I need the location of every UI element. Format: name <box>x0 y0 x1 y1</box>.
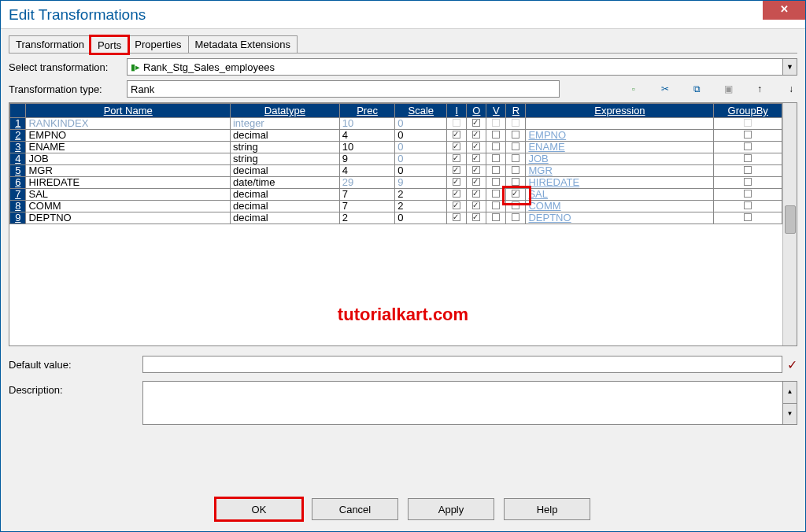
expression-cell[interactable]: ENAME <box>526 142 714 153</box>
port-name-cell[interactable]: EMPNO <box>26 130 230 142</box>
spin-down-icon[interactable]: ▼ <box>783 404 797 425</box>
v-checkbox[interactable] <box>486 201 506 212</box>
cut-icon[interactable]: ✂ <box>659 83 671 95</box>
groupby-checkbox[interactable] <box>714 142 782 153</box>
col-header-portname[interactable]: Port Name <box>26 104 230 118</box>
help-button[interactable]: Help <box>504 498 590 520</box>
v-checkbox[interactable] <box>486 118 506 130</box>
o-checkbox[interactable] <box>467 177 486 189</box>
col-header-v[interactable]: V <box>486 104 506 118</box>
prec-cell[interactable]: 4 <box>339 165 395 177</box>
table-row[interactable]: 6HIREDATEdate/time299HIREDATE <box>10 177 782 189</box>
groupby-checkbox[interactable] <box>714 189 782 201</box>
row-number[interactable]: 1 <box>10 118 26 130</box>
o-checkbox[interactable] <box>467 130 486 142</box>
datatype-cell[interactable]: string <box>230 142 339 153</box>
port-name-cell[interactable]: SAL <box>26 189 230 201</box>
prec-cell[interactable]: 9 <box>339 153 395 165</box>
groupby-checkbox[interactable] <box>714 118 782 130</box>
prec-cell[interactable]: 4 <box>339 130 395 142</box>
col-header-rownum[interactable] <box>10 104 26 118</box>
ok-button[interactable]: OK <box>216 498 302 520</box>
i-checkbox[interactable] <box>447 201 467 212</box>
o-checkbox[interactable] <box>467 165 486 177</box>
vertical-scrollbar[interactable] <box>782 103 797 345</box>
datatype-cell[interactable]: decimal <box>230 212 339 224</box>
v-checkbox[interactable] <box>486 212 506 224</box>
datatype-cell[interactable]: decimal <box>230 165 339 177</box>
table-row[interactable]: 2EMPNOdecimal40EMPNO <box>10 130 782 142</box>
scale-cell[interactable]: 2 <box>395 201 447 212</box>
col-header-datatype[interactable]: Datatype <box>230 104 339 118</box>
r-checkbox[interactable] <box>506 118 526 130</box>
tab-ports[interactable]: Ports <box>91 36 128 54</box>
port-name-cell[interactable]: RANKINDEX <box>26 118 230 130</box>
prec-cell[interactable]: 29 <box>339 177 395 189</box>
table-row[interactable]: 9DEPTNOdecimal20DEPTNO <box>10 212 782 224</box>
groupby-checkbox[interactable] <box>714 177 782 189</box>
r-checkbox[interactable] <box>506 177 526 189</box>
r-checkbox[interactable] <box>506 165 526 177</box>
r-checkbox[interactable] <box>506 153 526 165</box>
o-checkbox[interactable] <box>467 201 486 212</box>
v-checkbox[interactable] <box>486 177 506 189</box>
datatype-cell[interactable]: string <box>230 153 339 165</box>
scroll-thumb[interactable] <box>785 205 796 234</box>
groupby-checkbox[interactable] <box>714 130 782 142</box>
datatype-cell[interactable]: date/time <box>230 177 339 189</box>
expression-cell[interactable]: MGR <box>526 165 714 177</box>
table-row[interactable]: 7SALdecimal72SAL <box>10 189 782 201</box>
v-checkbox[interactable] <box>486 130 506 142</box>
groupby-checkbox[interactable] <box>714 201 782 212</box>
row-number[interactable]: 3 <box>10 142 26 153</box>
tab-metadata-extensions[interactable]: Metadata Extensions <box>188 35 298 53</box>
new-port-icon[interactable]: ▫ <box>627 83 640 95</box>
v-checkbox[interactable] <box>486 165 506 177</box>
i-checkbox[interactable] <box>447 130 467 142</box>
table-row[interactable]: 1RANKINDEXinteger100 <box>10 118 782 130</box>
col-header-groupby[interactable]: GroupBy <box>714 104 782 118</box>
col-header-i[interactable]: I <box>447 104 467 118</box>
table-row[interactable]: 4JOBstring90JOB <box>10 153 782 165</box>
scale-cell[interactable]: 0 <box>395 142 447 153</box>
scale-cell[interactable]: 0 <box>395 153 447 165</box>
groupby-checkbox[interactable] <box>714 165 782 177</box>
row-number[interactable]: 4 <box>10 153 26 165</box>
table-row[interactable]: 3ENAMEstring100ENAME <box>10 142 782 153</box>
row-number[interactable]: 2 <box>10 130 26 142</box>
scale-cell[interactable]: 0 <box>395 118 447 130</box>
port-name-cell[interactable]: MGR <box>26 165 230 177</box>
tab-properties[interactable]: Properties <box>128 35 188 53</box>
validate-icon[interactable]: ✓ <box>787 357 797 372</box>
o-checkbox[interactable] <box>467 142 486 153</box>
col-header-prec[interactable]: Prec <box>339 104 395 118</box>
i-checkbox[interactable] <box>447 142 467 153</box>
i-checkbox[interactable] <box>447 189 467 201</box>
prec-cell[interactable]: 7 <box>339 201 395 212</box>
table-row[interactable]: 5MGRdecimal40MGR <box>10 165 782 177</box>
r-checkbox[interactable] <box>506 142 526 153</box>
expression-cell[interactable]: HIREDATE <box>526 177 714 189</box>
expression-cell[interactable] <box>526 118 714 130</box>
groupby-checkbox[interactable] <box>714 212 782 224</box>
row-number[interactable]: 9 <box>10 212 26 224</box>
i-checkbox[interactable] <box>447 165 467 177</box>
o-checkbox[interactable] <box>467 118 486 130</box>
tab-transformation[interactable]: Transformation <box>9 35 91 53</box>
i-checkbox[interactable] <box>447 153 467 165</box>
prec-cell[interactable]: 7 <box>339 189 395 201</box>
col-header-scale[interactable]: Scale <box>395 104 447 118</box>
scale-cell[interactable]: 0 <box>395 212 447 224</box>
o-checkbox[interactable] <box>467 212 486 224</box>
ports-grid[interactable]: Port Name Datatype Prec Scale I O V R Ex… <box>9 103 782 224</box>
i-checkbox[interactable] <box>447 212 467 224</box>
r-checkbox[interactable] <box>506 189 526 201</box>
port-name-cell[interactable]: ENAME <box>26 142 230 153</box>
i-checkbox[interactable] <box>447 118 467 130</box>
scale-cell[interactable]: 0 <box>395 165 447 177</box>
o-checkbox[interactable] <box>467 189 486 201</box>
r-checkbox[interactable] <box>506 212 526 224</box>
groupby-checkbox[interactable] <box>714 153 782 165</box>
v-checkbox[interactable] <box>486 189 506 201</box>
prec-cell[interactable]: 10 <box>339 118 395 130</box>
